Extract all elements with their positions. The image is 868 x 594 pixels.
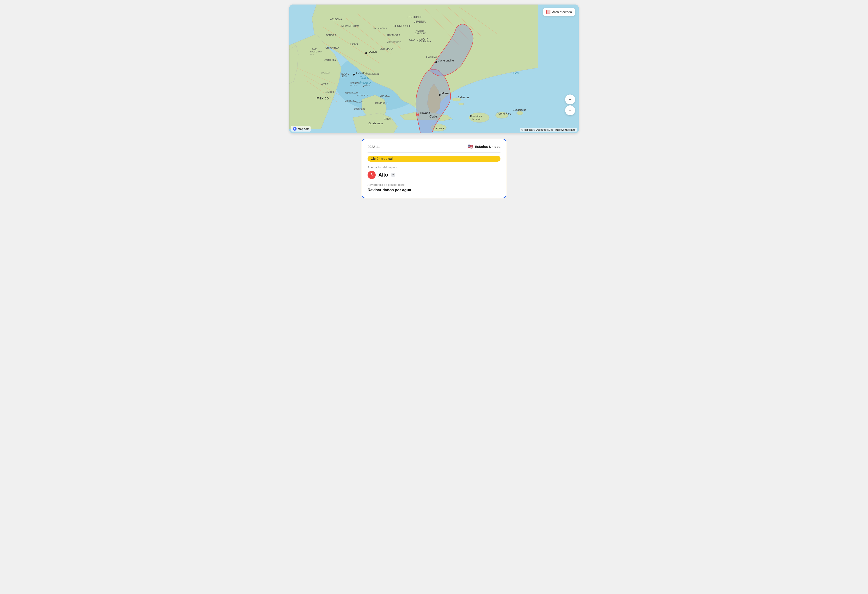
event-type-tag: Ciclón tropical [368, 156, 500, 162]
svg-text:CAMPECHE: CAMPECHE [375, 102, 388, 105]
svg-text:Bahamas: Bahamas [458, 96, 469, 99]
svg-text:GUERRERO: GUERRERO [354, 108, 366, 110]
svg-text:Mexico: Mexico [359, 80, 371, 84]
svg-text:COAHUILA: COAHUILA [324, 59, 336, 62]
svg-point-86 [294, 128, 295, 130]
svg-point-69 [365, 75, 366, 75]
svg-text:LOUISIANA: LOUISIANA [380, 47, 393, 50]
country-name: Estados Unidos [475, 145, 500, 149]
svg-text:OKLAHOMA: OKLAHOMA [373, 27, 387, 30]
svg-text:Republic: Republic [471, 118, 481, 120]
impact-score-row: 3 Alto ? [368, 171, 500, 179]
warning-label: Advertencia de posible daño [368, 183, 500, 186]
svg-point-33 [417, 114, 419, 116]
svg-point-21 [458, 103, 464, 105]
card-date: 2022-11 [368, 145, 380, 149]
svg-text:CALIFORNIA: CALIFORNIA [310, 51, 322, 53]
svg-text:VIRGINIA: VIRGINIA [414, 20, 426, 23]
svg-text:TENNESSEE: TENNESSEE [393, 24, 411, 28]
svg-text:Ciudad Juárez: Ciudad Juárez [366, 73, 379, 75]
map-legend: Área afectada [543, 8, 575, 16]
svg-text:NORTH: NORTH [416, 30, 424, 32]
attribution-text: © Mapbox © OpenStreetMap [521, 129, 554, 131]
svg-text:MISSISSIPPI: MISSISSIPPI [387, 41, 401, 43]
legend-color-box [546, 10, 551, 14]
svg-text:Cuba: Cuba [430, 115, 437, 118]
svg-text:Havana: Havana [420, 111, 430, 115]
svg-text:NEW MEXICO: NEW MEXICO [341, 25, 359, 28]
svg-point-31 [439, 94, 441, 96]
svg-point-24 [517, 111, 523, 115]
main-container: Gulf of Mexico Sargasso Sea Carib... [289, 4, 579, 198]
svg-text:LEON: LEON [341, 75, 347, 78]
svg-text:SUR: SUR [310, 53, 314, 56]
map-svg: Gulf of Mexico Sargasso Sea Carib... [289, 4, 579, 133]
svg-text:Dominican: Dominican [470, 115, 482, 118]
svg-text:Jamaica: Jamaica [434, 127, 444, 130]
svg-text:Belize: Belize [384, 117, 391, 120]
svg-text:CHIHUAHUA: CHIHUAHUA [326, 47, 339, 49]
improve-map-link[interactable]: Improve this map [555, 129, 576, 131]
svg-text:Puerto Rico: Puerto Rico [497, 112, 511, 115]
mapbox-icon [293, 127, 297, 131]
svg-text:TEXAS: TEXAS [348, 43, 358, 46]
svg-point-25 [353, 74, 355, 75]
svg-text:SAN LUIS: SAN LUIS [350, 82, 360, 84]
svg-point-29 [435, 61, 437, 63]
zoom-out-button[interactable]: − [565, 105, 575, 115]
svg-text:GUANAJUATO: GUANAJUATO [345, 92, 359, 94]
legend-label: Área afectada [552, 10, 572, 14]
svg-text:SONORA: SONORA [326, 34, 337, 37]
map-container: Gulf of Mexico Sargasso Sea Carib... [289, 4, 579, 133]
svg-point-67 [363, 86, 364, 87]
svg-point-22 [469, 112, 489, 123]
svg-text:ARKANSAS: ARKANSAS [387, 34, 400, 37]
svg-text:NAYARIT: NAYARIT [320, 83, 328, 85]
zoom-in-button[interactable]: + [565, 95, 575, 105]
zoom-controls: + − [565, 95, 575, 115]
svg-text:Miami: Miami [441, 92, 449, 95]
svg-text:OAXACA: OAXACA [355, 101, 363, 103]
svg-text:Dallas: Dallas [369, 50, 377, 53]
impact-label: Puntuación del impacto [368, 165, 500, 169]
svg-text:KENTUCKY: KENTUCKY [407, 16, 422, 19]
mapbox-label: mapbox [297, 127, 309, 131]
svg-point-87 [295, 128, 295, 129]
svg-text:Guadeloupe: Guadeloupe [513, 108, 526, 111]
svg-point-27 [365, 52, 367, 54]
svg-text:NUEVO: NUEVO [341, 72, 350, 75]
card-header: 2022-11 🇺🇸 Estados Unidos [368, 144, 500, 152]
map-attribution: © Mapbox © OpenStreetMap Improve this ma… [520, 128, 577, 132]
svg-text:Mexico: Mexico [316, 96, 329, 100]
help-icon[interactable]: ? [391, 173, 396, 177]
svg-text:CAROLINA: CAROLINA [415, 33, 426, 35]
svg-text:SOUTH: SOUTH [421, 37, 428, 40]
svg-text:CAROLINA: CAROLINA [419, 40, 431, 43]
svg-text:JALISCO: JALISCO [326, 91, 334, 93]
svg-text:YUCATÁN: YUCATÁN [380, 95, 390, 98]
card-country: 🇺🇸 Estados Unidos [468, 144, 500, 149]
svg-text:ARIZONA: ARIZONA [330, 18, 342, 21]
svg-text:POTOSÍ: POTOSÍ [350, 84, 358, 87]
svg-text:BAJA: BAJA [312, 48, 317, 50]
mapbox-logo: mapbox [291, 126, 311, 132]
svg-text:VERACRUZ: VERACRUZ [357, 94, 368, 96]
svg-text:SINALOA: SINALOA [321, 72, 330, 74]
score-level: Alto [378, 172, 388, 178]
svg-text:Houston: Houston [356, 71, 367, 75]
svg-text:Xalapa: Xalapa [364, 84, 370, 86]
svg-text:Jacksonville: Jacksonville [438, 59, 454, 62]
warning-text: Revisar daños por agua [368, 188, 500, 192]
svg-text:FLORIDA: FLORIDA [426, 55, 437, 58]
score-circle: 3 [368, 171, 376, 179]
svg-text:Guatemala: Guatemala [368, 122, 383, 125]
info-card: 2022-11 🇺🇸 Estados Unidos Ciclón tropica… [362, 139, 506, 198]
country-flag: 🇺🇸 [468, 144, 473, 149]
